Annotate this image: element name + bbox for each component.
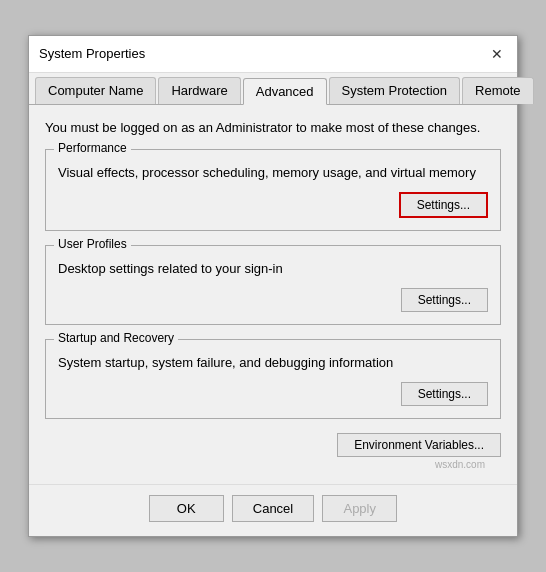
performance-description: Visual effects, processor scheduling, me… [58,164,488,182]
system-properties-window: System Properties ✕ Computer Name Hardwa… [28,35,518,538]
tab-bar: Computer Name Hardware Advanced System P… [29,73,517,105]
window-title: System Properties [39,46,145,61]
close-button[interactable]: ✕ [487,44,507,64]
tab-content: You must be logged on as an Administrato… [29,105,517,485]
environment-variables-button[interactable]: Environment Variables... [337,433,501,457]
user-profiles-btn-row: Settings... [58,288,488,312]
performance-group: Performance Visual effects, processor sc… [45,149,501,231]
apply-button[interactable]: Apply [322,495,397,522]
title-bar: System Properties ✕ [29,36,517,73]
user-profiles-description: Desktop settings related to your sign-in [58,260,488,278]
tab-computer-name[interactable]: Computer Name [35,77,156,104]
watermark: wsxdn.com [45,457,501,470]
user-profiles-group: User Profiles Desktop settings related t… [45,245,501,325]
performance-group-label: Performance [54,141,131,155]
tab-system-protection[interactable]: System Protection [329,77,461,104]
startup-recovery-group: Startup and Recovery System startup, sys… [45,339,501,419]
env-variables-row: Environment Variables... [45,433,501,457]
ok-button[interactable]: OK [149,495,224,522]
dialog-buttons: OK Cancel Apply [29,484,517,536]
tab-advanced[interactable]: Advanced [243,78,327,105]
admin-info-text: You must be logged on as an Administrato… [45,119,501,137]
user-profiles-group-label: User Profiles [54,237,131,251]
startup-recovery-btn-row: Settings... [58,382,488,406]
startup-recovery-settings-button[interactable]: Settings... [401,382,488,406]
tab-remote[interactable]: Remote [462,77,534,104]
startup-recovery-group-label: Startup and Recovery [54,331,178,345]
user-profiles-settings-button[interactable]: Settings... [401,288,488,312]
tab-hardware[interactable]: Hardware [158,77,240,104]
startup-recovery-description: System startup, system failure, and debu… [58,354,488,372]
cancel-button[interactable]: Cancel [232,495,314,522]
performance-settings-button[interactable]: Settings... [399,192,488,218]
performance-btn-row: Settings... [58,192,488,218]
